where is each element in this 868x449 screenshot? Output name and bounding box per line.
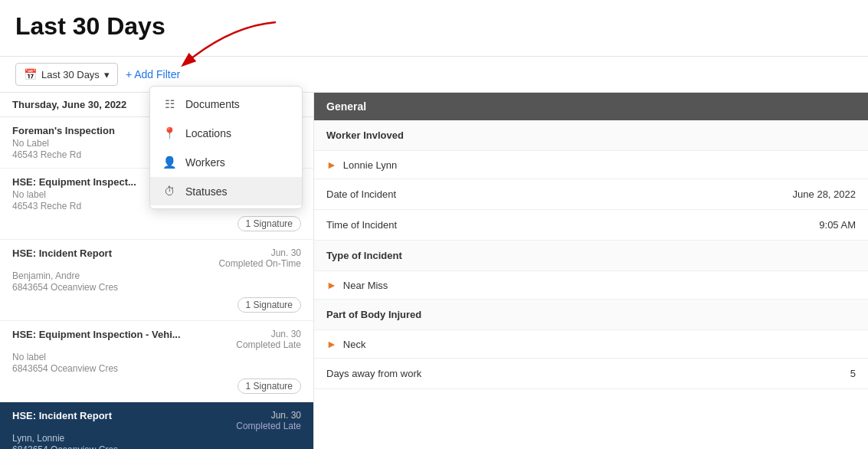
item-address: 6843654 Oceanview Cres (12, 282, 301, 293)
location-icon: 📍 (162, 126, 176, 140)
item-footer: 1 Signature (12, 216, 301, 231)
list-item-header: HSE: Incident Report Jun. 30 Completed O… (12, 247, 301, 269)
time-incident-label: Time of Incident (326, 219, 480, 231)
item-footer: 1 Signature (12, 379, 301, 394)
item-title: HSE: Incident Report (12, 247, 112, 259)
clock-icon: ⏱ (162, 185, 176, 198)
item-address: 6843654 Oceanview Cres (12, 444, 301, 449)
item-title: HSE: Incident Report (12, 410, 112, 421)
dropdown-label-documents: Documents (185, 98, 240, 110)
status-text: Completed Late (236, 339, 301, 350)
days-away-row: Days away from work 5 (314, 359, 868, 389)
worker-name: Lonnie Lynn (343, 159, 397, 171)
item-title: HSE: Equipment Inspection - Vehi... (12, 329, 181, 340)
list-item[interactable]: HSE: Incident Report Jun. 30 Completed O… (0, 240, 313, 321)
item-address: 6843654 Oceanview Cres (12, 363, 301, 374)
incident-type-row[interactable]: ► Near Miss (314, 271, 868, 300)
expand-icon: ► (326, 279, 337, 291)
item-title: HSE: Equipment Inspect... (12, 176, 136, 188)
date-incident-value: June 28, 2022 (480, 188, 856, 200)
list-item-selected[interactable]: HSE: Incident Report Jun. 30 Completed L… (0, 402, 313, 449)
list-item-header: HSE: Equipment Inspection - Vehi... Jun.… (12, 329, 301, 350)
list-item[interactable]: HSE: Equipment Inspection - Vehi... Jun.… (0, 321, 313, 402)
page-title: Last 30 Days (15, 12, 853, 41)
item-title: Foreman's Inspection (12, 125, 115, 136)
right-panel: General Worker Invloved ► Lonnie Lynn Da… (314, 93, 868, 449)
page: Last 30 Days 📅 Last 30 Days ▾ + Add Filt… (0, 0, 868, 449)
date-incident-label: Date of Incident (326, 188, 480, 200)
item-subtitle: Benjamin, Andre (12, 270, 301, 281)
document-icon: ☷ (162, 97, 176, 111)
body-part-value: Neck (343, 339, 366, 350)
body-part-label: Part of Body Injured (314, 300, 868, 330)
signature-badge: 1 Signature (237, 297, 301, 313)
dropdown-item-workers[interactable]: 👤 Workers (150, 148, 302, 177)
content: Thursday, June 30, 2022 Foreman's Inspec… (0, 93, 868, 449)
dropdown-label-workers: Workers (185, 156, 225, 169)
time-incident-value: 9:05 AM (480, 219, 856, 231)
chevron-down-icon: ▾ (104, 69, 110, 80)
dropdown-label-locations: Locations (185, 127, 231, 139)
item-subtitle: No label (12, 352, 301, 362)
header: Last 30 Days (0, 0, 868, 57)
add-filter-label: + Add Filter (126, 68, 180, 80)
item-date: Jun. 30 (218, 247, 301, 258)
time-incident-row: Time of Incident 9:05 AM (314, 210, 868, 241)
dropdown-label-statuses: Statuses (185, 185, 227, 198)
add-filter-button[interactable]: + Add Filter (126, 68, 180, 80)
days-away-value: 5 (480, 368, 856, 379)
list-item-header: HSE: Incident Report Jun. 30 Completed L… (12, 410, 301, 431)
toolbar: 📅 Last 30 Days ▾ + Add Filter ☷ Document… (0, 57, 868, 93)
status-text: Completed On-Time (218, 258, 301, 269)
section-header: General (314, 93, 868, 120)
filter-dropdown: ☷ Documents 📍 Locations 👤 Workers ⏱ Stat… (149, 86, 303, 209)
date-filter-label: Last 30 Days (41, 69, 100, 80)
incident-type-value: Near Miss (343, 280, 388, 291)
days-away-label: Days away from work (326, 368, 480, 379)
item-footer: 1 Signature (12, 297, 301, 313)
status-text: Completed Late (236, 421, 301, 431)
body-part-row[interactable]: ► Neck (314, 330, 868, 359)
item-date: Jun. 30 (236, 329, 301, 339)
dropdown-item-statuses[interactable]: ⏱ Statuses (150, 177, 302, 205)
incident-type-label: Type of Incident (314, 241, 868, 271)
dropdown-item-locations[interactable]: 📍 Locations (150, 119, 302, 148)
calendar-icon: 📅 (24, 68, 37, 80)
worker-expandable-row[interactable]: ► Lonnie Lynn (314, 151, 868, 179)
date-incident-row: Date of Incident June 28, 2022 (314, 179, 868, 210)
expand-icon: ► (326, 338, 337, 350)
item-subtitle: Lynn, Lonnie (12, 433, 301, 444)
expand-icon: ► (326, 159, 337, 171)
date-filter-button[interactable]: 📅 Last 30 Days ▾ (15, 63, 118, 86)
person-icon: 👤 (162, 156, 176, 169)
item-date: Jun. 30 (236, 410, 301, 421)
signature-badge: 1 Signature (237, 216, 301, 231)
dropdown-item-documents[interactable]: ☷ Documents (150, 90, 302, 119)
signature-badge: 1 Signature (237, 379, 301, 394)
worker-section-label: Worker Invloved (314, 120, 868, 151)
